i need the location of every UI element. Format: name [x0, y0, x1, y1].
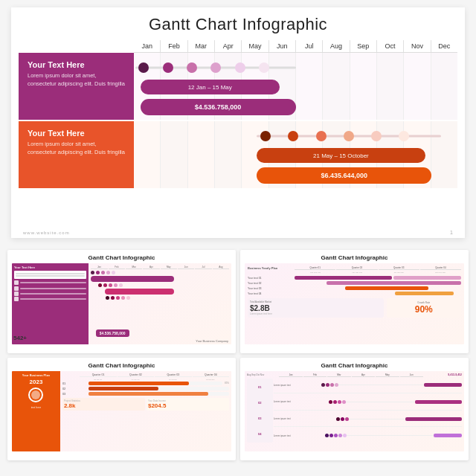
- row1-body: Lorem ipsum dolor sit amet, consectetur …: [28, 72, 125, 88]
- thumb1-sidebar: Your Text Here: [12, 263, 89, 344]
- thumb1-inner: Your Text Here: [12, 263, 231, 344]
- thumb4-val-range: $,413-$,452: [423, 373, 462, 376]
- thumb3-val1: 2.8k: [64, 402, 144, 409]
- thumb2-pct: 90%: [415, 304, 433, 315]
- thumb3-inner: Your Business Plan 2023 text here Quarte…: [12, 371, 231, 452]
- row1-label: Your Text Here Lorem ipsum dolor sit ame…: [19, 53, 134, 120]
- thumb4-inner: Aug Sep Oct Nov Jan Feb Mar Apr May Jun …: [245, 371, 464, 452]
- month-apr: Apr: [215, 40, 242, 52]
- thumb2-title: Gantt Chart Infographic: [245, 254, 464, 261]
- thumb4-title: Gantt Chart Infographic: [245, 362, 464, 369]
- gantt-row-1: Your Text Here Lorem ipsum dolor sit ame…: [19, 53, 457, 120]
- month-jan: Jan: [134, 40, 161, 52]
- month-dec: Dec: [431, 40, 457, 52]
- month-headers: Jan Feb Mar Apr May Jun Jul Aug Sep Oct …: [134, 40, 457, 53]
- thumb3-title: Gantt Chart Infographic: [12, 362, 231, 369]
- month-mar: Mar: [188, 40, 215, 52]
- footer-website: www.website.com: [23, 231, 70, 235]
- row2-date-bar: 21 May – 15 October: [257, 148, 425, 163]
- thumbnails-grid: Gantt Chart Infographic Your Text Here: [0, 245, 476, 465]
- row2-body: Lorem ipsum dolor sit amet, consectetur …: [28, 141, 125, 156]
- month-feb: Feb: [161, 40, 187, 52]
- thumb1-chart: Jan Feb Mar Apr May Jun Jul Aug: [89, 263, 231, 344]
- thumb1-company: Your Business Company: [196, 338, 228, 343]
- row2-label: Your Text Here Lorem ipsum dolor sit ame…: [19, 121, 134, 188]
- thumb2-content: Business Yearly Plan Quarter 01 Quarter …: [245, 263, 464, 344]
- gantt-container: Jan Feb Mar Apr May Jun Jul Aug Sep Oct …: [19, 40, 457, 53]
- thumbnail-1: Gantt Chart Infographic Your Text Here: [7, 250, 236, 353]
- gantt-row-2: Your Text Here Lorem ipsum dolor sit ame…: [19, 121, 457, 188]
- month-sep: Sep: [350, 40, 377, 52]
- thumbnail-3: Gantt Chart Infographic Your Business Pl…: [7, 358, 236, 461]
- month-may: May: [242, 40, 268, 52]
- thumb1-content: Your Text Here: [12, 263, 231, 344]
- thumb1-title: Gantt Chart Infographic: [12, 254, 231, 261]
- month-jun: Jun: [269, 40, 296, 52]
- thumb3-year: 2023: [30, 379, 43, 385]
- thumb3-val2: $204.5: [148, 402, 228, 409]
- month-aug: Aug: [323, 40, 350, 52]
- thumb1-count: 542+: [13, 335, 27, 341]
- thumb3-chart: Quarter 01 Quarter 02 Quarter 03 Quarter…: [60, 371, 231, 452]
- row1-value-bar: $4.536.758,000: [141, 99, 296, 115]
- month-oct: Oct: [377, 40, 404, 52]
- thumb4-content: Aug Sep Oct Nov Jan Feb Mar Apr May Jun …: [245, 371, 464, 452]
- row1-title: Your Text Here: [28, 60, 125, 69]
- thumb2-total-label: Total Available Market: [250, 300, 382, 303]
- thumbnail-2: Gantt Chart Infographic Business Yearly …: [240, 250, 469, 353]
- thumb2-money: $2.8B: [250, 304, 382, 312]
- thumb2-inner: Business Yearly Plan Quarter 01 Quarter …: [245, 263, 464, 344]
- thumb3-sidebar: Your Business Plan 2023 text here: [12, 371, 60, 452]
- row2-value-bar: $6.435.644,000: [257, 167, 431, 184]
- month-jul: Jul: [296, 40, 323, 52]
- main-title: Gantt Chart Infographic: [19, 15, 457, 34]
- thumb3-content: Your Business Plan 2023 text here Quarte…: [12, 371, 231, 452]
- thumb1-value: $4.536.758,000: [96, 329, 129, 337]
- thumbnail-4: Gantt Chart Infographic Aug Sep Oct Nov …: [240, 358, 469, 461]
- page-number: 1: [450, 230, 453, 235]
- main-slide: Gantt Chart Infographic Jan Feb Mar Apr …: [11, 7, 465, 238]
- row1-date-bar: 12 Jan – 15 May: [141, 80, 280, 94]
- row2-title: Your Text Here: [28, 129, 125, 138]
- month-nov: Nov: [404, 40, 431, 52]
- gantt-sidebar: [19, 40, 134, 53]
